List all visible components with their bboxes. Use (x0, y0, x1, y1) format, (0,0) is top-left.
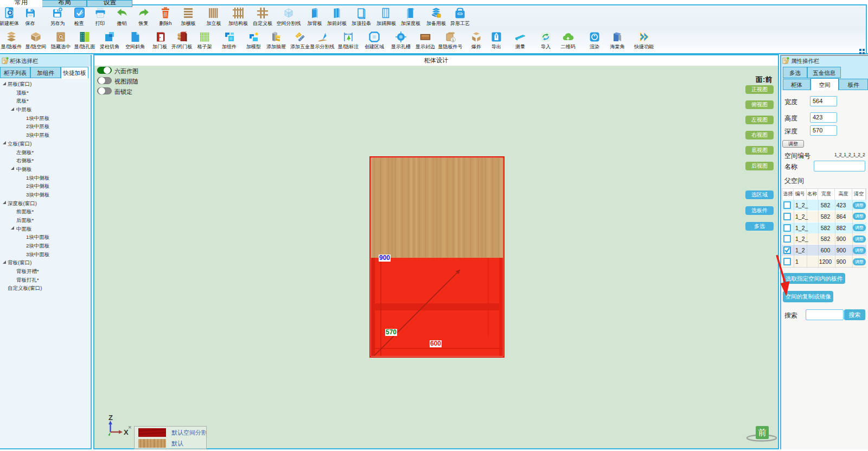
svg-text:Z: Z (108, 414, 113, 422)
svg-text:1: 1 (452, 37, 455, 42)
